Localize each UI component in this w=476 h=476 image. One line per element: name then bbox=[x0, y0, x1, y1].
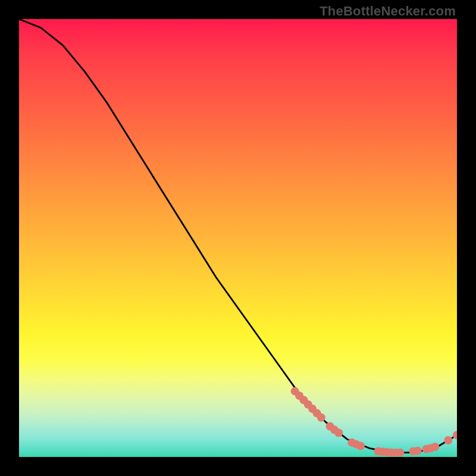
chart-overlay bbox=[19, 19, 457, 457]
data-marker bbox=[396, 449, 404, 457]
data-marker bbox=[334, 429, 343, 437]
data-marker bbox=[431, 443, 439, 451]
data-marker bbox=[356, 442, 365, 450]
data-marker bbox=[414, 447, 422, 455]
chart-frame: TheBottleNecker.com bbox=[0, 0, 476, 476]
plot-area bbox=[19, 19, 457, 457]
curve-path bbox=[19, 19, 457, 453]
data-marker bbox=[317, 414, 325, 422]
watermark-text: TheBottleNecker.com bbox=[320, 4, 456, 19]
data-marker bbox=[444, 436, 452, 444]
